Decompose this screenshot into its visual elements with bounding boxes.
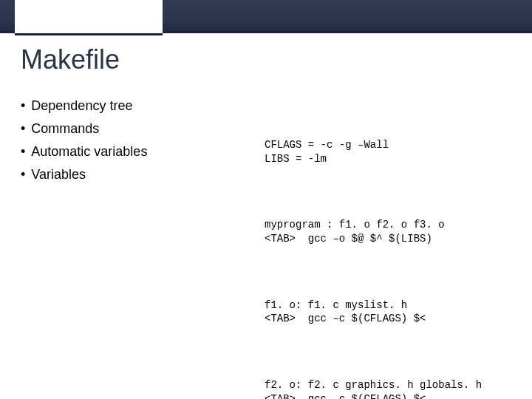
bullet-icon: • [21, 96, 25, 116]
slide: Makefile • Dependency tree • Commands • … [0, 0, 532, 399]
list-item-label: Commands [31, 119, 99, 139]
code-block-f2: f2. o: f2. c graphics. h globals. h <TAB… [265, 364, 511, 399]
bullet-list: • Dependency tree • Commands • Automatic… [21, 96, 242, 399]
code-line: <TAB> gcc –o $@ $^ $(LIBS) [265, 233, 432, 245]
list-item: • Variables [21, 165, 242, 185]
list-item-label: Variables [31, 165, 86, 185]
code-line: f1. o: f1. c myslist. h [265, 299, 407, 311]
bullet-icon: • [21, 165, 25, 185]
code-line: <TAB> gcc –c $(CFLAGS) $< [265, 393, 426, 399]
code-line: CFLAGS = -c -g –Wall [265, 139, 389, 151]
content-row: • Dependency tree • Commands • Automatic… [21, 96, 511, 399]
slide-title: Makefile [21, 44, 120, 75]
code-line: myprogram : f1. o f2. o f3. o [265, 219, 445, 231]
code-block-myprogram: myprogram : f1. o f2. o f3. o <TAB> gcc … [265, 204, 511, 246]
list-item-label: Automatic variables [31, 142, 147, 162]
bullet-icon: • [21, 142, 25, 162]
list-item: • Dependency tree [21, 96, 242, 116]
list-item: • Commands [21, 119, 242, 139]
list-item: • Automatic variables [21, 142, 242, 162]
code-line: f2. o: f2. c graphics. h globals. h [265, 379, 482, 391]
code-panel: CFLAGS = -c -g –Wall LIBS = -lm myprogra… [265, 96, 511, 399]
list-item-label: Dependency tree [31, 96, 132, 116]
code-block-f1: f1. o: f1. c myslist. h <TAB> gcc –c $(C… [265, 284, 511, 327]
bullet-icon: • [21, 119, 25, 139]
top-banner-cutout [15, 0, 163, 35]
code-block-vars: CFLAGS = -c -g –Wall LIBS = -lm [265, 124, 511, 166]
code-line: <TAB> gcc –c $(CFLAGS) $< [265, 313, 426, 324]
code-line: LIBS = -lm [265, 153, 327, 165]
